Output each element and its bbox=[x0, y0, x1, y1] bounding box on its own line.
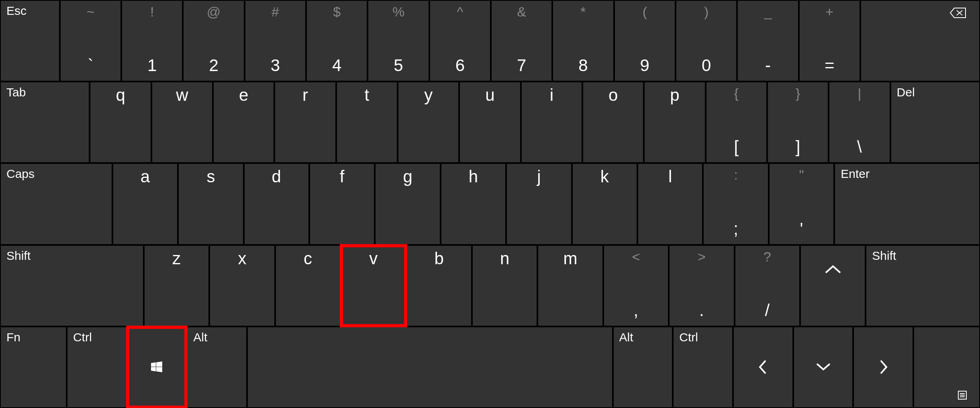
shift-symbol: $ bbox=[333, 4, 341, 20]
key-f[interactable]: f bbox=[310, 164, 374, 244]
key-h[interactable]: h bbox=[441, 164, 505, 244]
key-apostrophe[interactable]: " ' bbox=[770, 164, 833, 244]
letter: j bbox=[537, 167, 541, 186]
key-alt-right[interactable]: Alt bbox=[614, 327, 672, 407]
key-backslash[interactable]: | \ bbox=[829, 82, 889, 162]
row-4: Shift z x c v b n m < , > . ? / Shift bbox=[0, 245, 980, 326]
main-symbol: 5 bbox=[394, 56, 403, 75]
key-backtick[interactable]: ~ ` bbox=[61, 1, 120, 81]
main-symbol: 2 bbox=[209, 56, 218, 75]
key-arrow-right[interactable] bbox=[854, 327, 913, 407]
arrow-left-icon bbox=[757, 358, 769, 376]
key-shift-left[interactable]: Shift bbox=[1, 246, 143, 326]
letter: w bbox=[176, 86, 188, 105]
svg-marker-4 bbox=[151, 367, 156, 371]
main-symbol: 4 bbox=[332, 56, 341, 75]
key-y[interactable]: y bbox=[398, 82, 458, 162]
key-label: Tab bbox=[6, 86, 26, 99]
key-x[interactable]: x bbox=[210, 246, 274, 326]
shift-symbol: } bbox=[796, 86, 800, 101]
key-windows[interactable] bbox=[128, 327, 186, 407]
key-a[interactable]: a bbox=[113, 164, 177, 244]
svg-marker-5 bbox=[156, 367, 162, 372]
key-fn[interactable]: Fn bbox=[1, 327, 66, 407]
key-right-bracket[interactable]: } ] bbox=[768, 82, 828, 162]
key-z[interactable]: z bbox=[145, 246, 208, 326]
key-esc[interactable]: Esc bbox=[1, 1, 59, 81]
key-v[interactable]: v bbox=[341, 246, 405, 326]
key-0[interactable]: ) 0 bbox=[676, 1, 736, 81]
key-c[interactable]: c bbox=[276, 246, 340, 326]
key-arrow-left[interactable] bbox=[734, 327, 792, 407]
key-shift-right[interactable]: Shift bbox=[866, 246, 979, 326]
key-r[interactable]: r bbox=[275, 82, 335, 162]
key-period[interactable]: > . bbox=[670, 246, 733, 326]
key-e[interactable]: e bbox=[214, 82, 274, 162]
key-menu[interactable] bbox=[914, 327, 979, 407]
key-space[interactable] bbox=[248, 327, 612, 407]
backspace-icon bbox=[949, 6, 967, 19]
key-q[interactable]: q bbox=[90, 82, 150, 162]
key-caret[interactable] bbox=[801, 246, 865, 326]
key-2[interactable]: @ 2 bbox=[184, 1, 243, 81]
key-s[interactable]: s bbox=[179, 164, 243, 244]
key-comma[interactable]: < , bbox=[604, 246, 668, 326]
shift-symbol: & bbox=[517, 4, 526, 20]
key-w[interactable]: w bbox=[152, 82, 212, 162]
shift-symbol: * bbox=[580, 4, 586, 20]
shift-symbol: ( bbox=[643, 4, 647, 20]
letter: t bbox=[365, 86, 370, 105]
key-j[interactable]: j bbox=[507, 164, 571, 244]
key-l[interactable]: l bbox=[638, 164, 702, 244]
key-n[interactable]: n bbox=[473, 246, 537, 326]
key-4[interactable]: $ 4 bbox=[307, 1, 367, 81]
key-i[interactable]: i bbox=[522, 82, 582, 162]
key-g[interactable]: g bbox=[376, 164, 439, 244]
key-minus[interactable]: _ - bbox=[738, 1, 798, 81]
key-m[interactable]: m bbox=[538, 246, 602, 326]
key-arrow-down[interactable] bbox=[794, 327, 853, 407]
key-9[interactable]: ( 9 bbox=[615, 1, 675, 81]
main-symbol: 3 bbox=[271, 56, 280, 75]
key-5[interactable]: % 5 bbox=[368, 1, 428, 81]
key-enter[interactable]: Enter bbox=[835, 164, 979, 244]
row-3: Caps a s d f g h j k l : ; " ' Enter bbox=[0, 163, 980, 245]
key-semicolon[interactable]: : ; bbox=[704, 164, 768, 244]
key-tab[interactable]: Tab bbox=[1, 82, 89, 162]
letter: o bbox=[608, 86, 618, 105]
key-d[interactable]: d bbox=[245, 164, 308, 244]
shift-symbol: % bbox=[392, 4, 404, 20]
key-6[interactable]: ^ 6 bbox=[430, 1, 490, 81]
key-ctrl-right[interactable]: Ctrl bbox=[674, 327, 732, 407]
key-slash[interactable]: ? / bbox=[735, 246, 799, 326]
key-1[interactable]: ! 1 bbox=[122, 1, 182, 81]
key-u[interactable]: u bbox=[460, 82, 520, 162]
row-2: Tab q w e r t y u i o p { [ } ] | \ Del bbox=[0, 82, 980, 163]
main-symbol: 7 bbox=[517, 56, 526, 75]
key-label: Alt bbox=[193, 330, 207, 344]
key-label: Ctrl bbox=[73, 330, 92, 344]
key-7[interactable]: & 7 bbox=[492, 1, 551, 81]
letter: r bbox=[302, 86, 308, 105]
caret-up-icon bbox=[823, 264, 843, 275]
key-caps[interactable]: Caps bbox=[1, 164, 112, 244]
letter: n bbox=[500, 249, 509, 268]
key-label: Del bbox=[897, 86, 915, 99]
key-equals[interactable]: + = bbox=[800, 1, 860, 81]
key-k[interactable]: k bbox=[573, 164, 637, 244]
key-alt-left[interactable]: Alt bbox=[188, 327, 246, 407]
key-del[interactable]: Del bbox=[891, 82, 979, 162]
key-b[interactable]: b bbox=[407, 246, 471, 326]
key-p[interactable]: p bbox=[645, 82, 704, 162]
key-left-bracket[interactable]: { [ bbox=[706, 82, 766, 162]
key-t[interactable]: t bbox=[337, 82, 397, 162]
key-ctrl-left[interactable]: Ctrl bbox=[67, 327, 126, 407]
shift-symbol: ? bbox=[764, 249, 771, 265]
letter: c bbox=[304, 249, 312, 268]
key-label: Ctrl bbox=[679, 330, 698, 344]
key-8[interactable]: * 8 bbox=[553, 1, 613, 81]
letter: h bbox=[469, 167, 478, 186]
key-o[interactable]: o bbox=[583, 82, 643, 162]
key-backspace[interactable] bbox=[861, 1, 979, 81]
key-3[interactable]: # 3 bbox=[245, 1, 305, 81]
